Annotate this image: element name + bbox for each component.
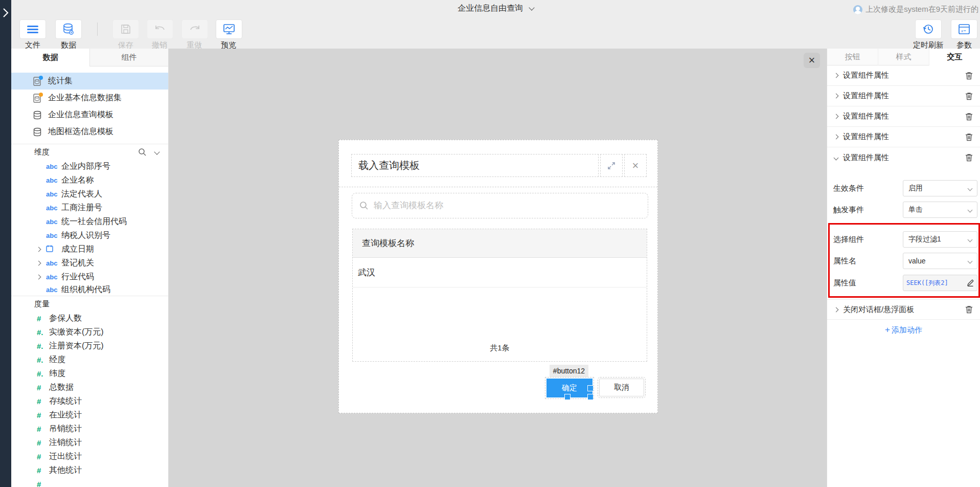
save-button[interactable] (112, 19, 139, 39)
prop-name-select[interactable]: value (903, 253, 977, 269)
template-search-box[interactable] (352, 193, 648, 218)
measure-item[interactable]: #注销统计 (11, 436, 168, 450)
dialog-close-button[interactable]: × (624, 154, 647, 177)
dimension-item-expandable[interactable]: abc 行业代码 (11, 270, 168, 284)
field-label: 选择组件 (833, 235, 864, 245)
dimension-item-expandable[interactable]: abc 登记机关 (11, 256, 168, 270)
add-action-link[interactable]: +添加动作 (827, 325, 980, 335)
string-type-icon: abc (46, 176, 61, 184)
section-set-component-props[interactable]: 设置组件属性 (827, 86, 980, 106)
trash-icon[interactable] (965, 72, 973, 80)
dialog-separator (339, 187, 657, 187)
cancel-button-label: 取消 (614, 383, 629, 392)
measure-item[interactable]: #其他统计 (11, 463, 168, 477)
measure-label: 参保人数 (49, 313, 82, 324)
database-gear-icon (63, 23, 74, 35)
canvas-close-button[interactable]: × (804, 53, 820, 68)
dimension-item[interactable]: abc组织机构代码 (11, 284, 168, 296)
section-close-dialog[interactable]: 关闭对话框/悬浮面板 (827, 299, 980, 320)
timed-refresh-button[interactable] (915, 19, 942, 39)
measure-item[interactable]: #迁出统计 (11, 450, 168, 463)
select-component-select[interactable]: 字段过滤1 (903, 231, 977, 248)
dimension-item[interactable]: abc企业名称 (11, 173, 168, 187)
measure-item[interactable]: #总数据 (11, 381, 168, 394)
expand-caret-icon[interactable] (36, 247, 41, 252)
tab-components[interactable]: 组件 (89, 49, 168, 67)
tab-data[interactable]: 数据 (11, 49, 89, 67)
trash-icon[interactable] (965, 133, 973, 141)
select-value: value (908, 257, 925, 265)
dataset-item-selected[interactable]: 统计集 (11, 73, 168, 90)
resize-handle-right[interactable] (587, 385, 594, 391)
dimension-item[interactable]: abc企业内部序号 (11, 160, 168, 173)
measure-item[interactable]: #.纬度 (11, 367, 168, 381)
section-set-component-props-expanded[interactable]: 设置组件属性 (827, 147, 980, 168)
table-row[interactable]: 武汉 (353, 258, 647, 287)
dimension-item[interactable]: abc纳税人识别号 (11, 229, 168, 242)
file-button[interactable] (19, 19, 46, 39)
select-value: 字段过滤1 (908, 235, 941, 244)
expand-caret-icon[interactable] (36, 261, 41, 266)
toolbar-separator (97, 23, 98, 36)
save-icon (121, 24, 131, 34)
section-set-component-props[interactable]: 设置组件属性 (827, 127, 980, 147)
enable-condition-select[interactable]: 启用 (903, 180, 977, 196)
dimensions-header-label: 维度 (34, 147, 50, 157)
prop-value-formula-field[interactable]: SEEK([列表2] (903, 275, 977, 291)
resize-handle-corner[interactable] (587, 394, 594, 400)
data-button[interactable] (55, 19, 82, 39)
dimension-item[interactable]: abc工商注册号 (11, 201, 168, 215)
select-value: 启用 (908, 184, 923, 193)
chevron-down-icon (968, 258, 973, 263)
trash-icon[interactable] (965, 305, 973, 314)
dimension-item[interactable]: abc统一社会信用代码 (11, 215, 168, 229)
measure-item[interactable]: #参保人数 (11, 312, 168, 325)
dialog-title[interactable]: 载入查询模板 (351, 154, 599, 177)
collapse-rail[interactable] (0, 0, 11, 487)
tab-interaction[interactable]: 交互 (929, 49, 980, 65)
preview-button[interactable] (216, 19, 242, 39)
edit-pencil-icon[interactable] (967, 279, 974, 286)
resize-handle-bottom[interactable] (564, 394, 571, 400)
trash-icon[interactable] (965, 153, 973, 162)
formula-text: SEEK([列表2] (906, 279, 966, 287)
section-set-component-props[interactable]: 设置组件属性 (827, 65, 980, 86)
measures-header-label: 度量 (34, 299, 50, 309)
selection-tag-text: #button12 (553, 367, 585, 375)
chevron-down-icon (968, 207, 973, 212)
trigger-event-select[interactable]: 单击 (903, 202, 977, 218)
trash-icon[interactable] (965, 92, 973, 100)
measure-item[interactable]: #.经度 (11, 353, 168, 367)
field-label: 触发事件 (833, 205, 864, 215)
params-button[interactable]: x= (951, 19, 977, 39)
dataset-item[interactable]: 地图框选信息模板 (11, 123, 168, 140)
right-panel-tabs: 按钮 样式 交互 (827, 49, 980, 65)
dataset-item[interactable]: 企业信息查询模板 (11, 106, 168, 123)
measure-item-partial[interactable]: # (11, 477, 168, 487)
dimension-item[interactable]: abc法定代表人 (11, 187, 168, 201)
cancel-button[interactable]: 取消 (599, 379, 644, 396)
measure-item[interactable]: #在业统计 (11, 408, 168, 422)
expand-rail-icon[interactable] (2, 7, 10, 18)
measure-item[interactable]: #.实缴资本(万元) (11, 325, 168, 339)
measure-item[interactable]: #.注册资本(万元) (11, 339, 168, 353)
string-type-icon: abc (46, 232, 61, 239)
search-icon[interactable] (138, 148, 147, 157)
number-type-icon: # (37, 383, 49, 392)
tab-style[interactable]: 样式 (878, 49, 929, 65)
chevron-down-icon[interactable] (154, 149, 159, 154)
measure-label: 总数据 (49, 382, 74, 393)
tab-button[interactable]: 按钮 (827, 49, 878, 65)
dataset-item[interactable]: 企业基本信息数据集 (11, 90, 168, 106)
document-title[interactable]: 企业信息自由查询 (11, 3, 980, 14)
measure-item[interactable]: #存续统计 (11, 394, 168, 408)
dialog-expand-button[interactable] (600, 154, 623, 177)
trash-icon[interactable] (965, 113, 973, 121)
undo-button[interactable] (147, 19, 173, 39)
section-set-component-props[interactable]: 设置组件属性 (827, 106, 980, 127)
redo-button[interactable] (181, 19, 208, 39)
template-search-input[interactable] (374, 201, 641, 211)
expand-caret-icon[interactable] (36, 275, 41, 280)
measure-item[interactable]: #吊销统计 (11, 422, 168, 436)
dimension-item-expandable[interactable]: 成立日期 (11, 242, 168, 256)
